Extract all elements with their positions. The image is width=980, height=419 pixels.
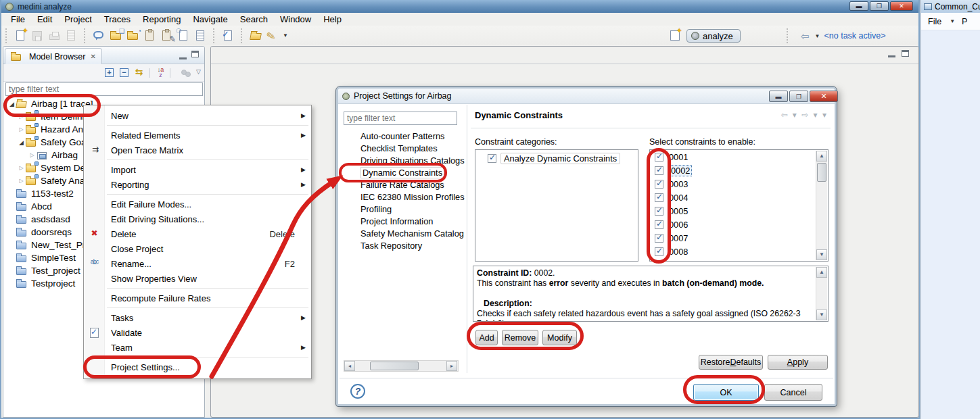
horizontal-scrollbar[interactable]: ◂ ▸	[344, 360, 459, 372]
checked-checkbox[interactable]	[655, 153, 663, 162]
tab-model-browser[interactable]: Model Browser ✕	[5, 48, 102, 64]
cancel-button[interactable]: Cancel	[764, 384, 822, 401]
constraint-row-0003[interactable]: 0003	[650, 177, 828, 191]
scrollbar-thumb[interactable]	[817, 163, 826, 182]
page-failure-rate-catalogs[interactable]: Failure Rate Catalogs	[344, 179, 464, 191]
validate-icon[interactable]: ✓	[220, 28, 236, 43]
print-icon[interactable]	[47, 28, 62, 43]
scroll-up-icon[interactable]: ▲	[816, 151, 827, 162]
expander-collapsed-icon[interactable]: ▷	[17, 114, 26, 120]
view-menu-icon[interactable]: ▽	[193, 67, 204, 78]
minimize-view-icon[interactable]	[888, 55, 895, 57]
page-dynamic-constraints[interactable]: Dynamic Constraints	[344, 167, 464, 179]
constraint-categories-list[interactable]: Analyze Dynamic Constraints	[475, 149, 638, 262]
menu-item-reporting[interactable]: Reporting▶	[84, 177, 311, 192]
dialog-titlebar[interactable]: Project Settings for Airbag ▬ ❐ ✕	[338, 89, 835, 104]
expander-collapsed-icon[interactable]: ▷	[17, 165, 26, 171]
maximize-view-icon[interactable]	[902, 50, 909, 57]
expand-all-icon[interactable]: +	[103, 67, 115, 78]
filter-input[interactable]	[5, 82, 203, 96]
menu-item-show-properties-view[interactable]: Show Properties View	[84, 271, 311, 286]
menu-item-related-elements[interactable]: Related Elements▶	[84, 128, 311, 143]
notes-icon[interactable]	[142, 28, 158, 43]
add-button[interactable]: Add	[475, 330, 498, 345]
dialog-close-icon[interactable]: ✕	[810, 91, 838, 102]
category-row-analyze-dynamic-constraints[interactable]: Analyze Dynamic Constraints	[488, 153, 638, 164]
menu-item-rename[interactable]: ab̲c Rename... F2	[84, 256, 311, 271]
expander-collapsed-icon[interactable]: ▷	[17, 126, 26, 132]
working-sets-icon[interactable]	[175, 70, 187, 81]
scroll-left-icon[interactable]: ◂	[344, 361, 355, 371]
menu-item-new[interactable]: New▶	[84, 108, 311, 123]
menu-item-open-trace-matrix[interactable]: ⇉ Open Trace Matrix	[84, 143, 311, 157]
page-profiling[interactable]: Profiling	[344, 203, 464, 216]
menu-item-recompute-failure-rates[interactable]: Recompute Failure Rates	[84, 291, 311, 305]
document-list-icon[interactable]	[193, 28, 208, 43]
dialog-minimize-icon[interactable]: ▬	[769, 91, 788, 102]
folder-history-icon[interactable]: ◔	[125, 28, 141, 43]
menu-item-edit-driving-situations[interactable]: Edit Driving Situations...	[84, 212, 311, 226]
menu-item-close-project[interactable]: Close Project	[84, 241, 311, 256]
restore-defaults-button[interactable]: Restore Defaults	[699, 355, 763, 370]
scrollbar-thumb[interactable]	[370, 362, 419, 370]
vertical-scrollbar[interactable]: ▲ ▼	[816, 267, 827, 320]
expander-expanded-icon[interactable]: ◢	[7, 101, 16, 107]
menu-partial[interactable]: P	[962, 17, 967, 26]
menu-edit[interactable]: Edit	[31, 13, 58, 26]
checked-checkbox[interactable]	[655, 247, 663, 256]
menu-item-edit-failure-modes[interactable]: Edit Failure Modes...	[84, 197, 311, 212]
back-arrow-icon[interactable]: ⇦	[801, 31, 810, 41]
maximize-panel-icon[interactable]	[191, 51, 199, 57]
checked-checkbox[interactable]	[655, 234, 663, 243]
edit-notes-icon[interactable]: ✎	[159, 28, 174, 43]
expander-collapsed-icon[interactable]: ▷	[28, 152, 37, 158]
expander-collapsed-icon[interactable]: ▷	[17, 178, 26, 184]
open-folder-icon[interactable]	[248, 28, 264, 43]
modify-button[interactable]: Modify	[542, 330, 577, 345]
menu-item-delete[interactable]: ✖ Delete Delete	[84, 226, 311, 241]
checked-checkbox[interactable]	[655, 193, 663, 202]
scroll-down-icon[interactable]: ▼	[816, 310, 827, 320]
menu-file[interactable]: File	[5, 13, 31, 26]
minimize-panel-icon[interactable]	[179, 57, 187, 59]
menu-item-team[interactable]: Team▶	[84, 340, 311, 355]
menu-file[interactable]: File	[928, 17, 941, 26]
new-wizard-icon[interactable]: ✦	[13, 28, 28, 43]
page-project-information[interactable]: Project Information	[344, 216, 464, 228]
constraint-row-0006[interactable]: 0006	[650, 218, 828, 231]
comment-icon[interactable]	[91, 28, 107, 43]
apply-button[interactable]: Apply	[768, 355, 828, 370]
checked-checkbox[interactable]	[655, 166, 663, 175]
close-icon[interactable]: ✕	[890, 1, 913, 11]
checked-checkbox[interactable]	[655, 180, 663, 189]
checked-checkbox[interactable]	[655, 207, 663, 216]
save-icon[interactable]	[30, 28, 45, 43]
menu-item-project-settings[interactable]: Project Settings...	[84, 360, 311, 374]
dialog-maximize-icon[interactable]: ❐	[789, 91, 808, 102]
ok-button[interactable]: OK	[693, 384, 759, 401]
constraint-row-0001[interactable]: 0001	[650, 150, 828, 164]
scroll-up-icon[interactable]: ▲	[816, 267, 827, 278]
page-safety-mechanism-catalog[interactable]: Safety Mechanism Catalog	[344, 228, 464, 240]
checked-checkbox[interactable]	[655, 220, 663, 229]
constraint-row-0008[interactable]: 0008	[650, 245, 828, 258]
scroll-right-icon[interactable]: ▸	[446, 361, 457, 371]
page-iec-62380-mission-profiles[interactable]: IEC 62380 Mission Profiles	[344, 191, 464, 203]
sort-az-icon[interactable]: ↓az	[155, 67, 166, 78]
link-with-editor-icon[interactable]: ⇆	[133, 67, 145, 78]
menu-item-validate[interactable]: Validate	[84, 325, 311, 340]
brush-dropdown-icon[interactable]: ▼	[283, 32, 288, 39]
file-dropdown-icon[interactable]: ▼	[950, 18, 955, 24]
maximize-icon[interactable]: ❐	[870, 1, 889, 11]
back-dropdown-icon[interactable]: ▼	[815, 33, 820, 39]
menu-project[interactable]: Project	[58, 13, 97, 26]
menu-search[interactable]: Search	[234, 13, 274, 26]
menu-item-import[interactable]: Import▶	[84, 162, 311, 177]
perspective-analyze-button[interactable]: analyze	[686, 29, 741, 43]
menu-navigate[interactable]: Navigate	[187, 13, 233, 26]
bubble-document-icon[interactable]: ❍	[176, 28, 191, 43]
page-auto-counter-patterns[interactable]: Auto-counter Patterns	[344, 130, 464, 143]
page-checklist-templates[interactable]: Checklist Templates	[344, 143, 464, 155]
dialog-filter-input[interactable]	[344, 112, 457, 125]
menu-traces[interactable]: Traces	[98, 13, 137, 26]
